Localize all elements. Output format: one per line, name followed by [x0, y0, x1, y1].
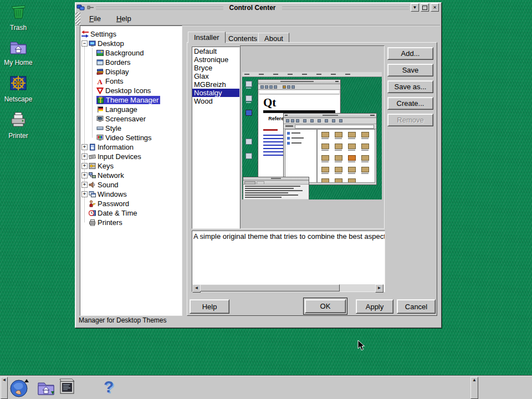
- background-icon: [96, 49, 104, 57]
- tree-label: Background: [105, 49, 144, 57]
- theme-description-text: A simple original theme that tries to co…: [193, 232, 385, 241]
- expand-icon[interactable]: +: [81, 191, 88, 197]
- expand-icon[interactable]: +: [81, 172, 88, 178]
- close-button[interactable]: ✕: [431, 3, 439, 12]
- desktop-icon-label: Netscape: [0, 95, 37, 103]
- expand-icon[interactable]: +: [81, 144, 88, 150]
- scrollbar-thumb[interactable]: [200, 284, 340, 291]
- theme-list-item[interactable]: Astronique: [192, 55, 239, 64]
- tree-item-printers[interactable]: Printers: [80, 218, 182, 227]
- tab-installer[interactable]: Installer: [188, 32, 226, 43]
- theme-list-item[interactable]: Wood: [192, 97, 239, 105]
- theme-list[interactable]: Default Astronique Bryce Glax MGBreizh N…: [192, 47, 240, 229]
- add-button[interactable]: Add...: [387, 47, 433, 60]
- tree-item-fonts[interactable]: A Fonts: [80, 76, 182, 85]
- tree-item-language[interactable]: Language: [80, 105, 182, 114]
- ok-button[interactable]: OK: [305, 299, 346, 313]
- preview-terminal-window: [243, 177, 309, 200]
- fonts-icon: A: [96, 78, 104, 85]
- svg-text:?: ?: [104, 378, 114, 396]
- help-button[interactable]: Help: [190, 299, 229, 314]
- menu-help[interactable]: Help: [112, 13, 136, 24]
- menu-file[interactable]: File: [85, 13, 105, 24]
- expand-icon[interactable]: +: [81, 182, 88, 188]
- panel-hide-right-button[interactable]: ▲: [470, 377, 478, 399]
- preview-menubar: [242, 72, 382, 77]
- theme-list-item[interactable]: MGBreizh: [192, 80, 239, 89]
- button-label: Create...: [397, 99, 424, 108]
- scroll-left-button[interactable]: ◄: [192, 284, 201, 293]
- desktop-icon-netscape[interactable]: Netscape: [0, 74, 37, 103]
- maximize-button[interactable]: [421, 3, 429, 12]
- folder-icon: [359, 131, 372, 140]
- pin-icon[interactable]: [86, 4, 94, 11]
- panel-hide-left-button[interactable]: ◄: [1, 377, 8, 399]
- folder-icon: [332, 131, 345, 140]
- desktop: Trash My Home Netscape P: [0, 0, 532, 399]
- tree-item-background[interactable]: Background: [80, 48, 182, 57]
- tree-item-input-devices[interactable]: + Input Devices: [80, 152, 182, 161]
- tree-item-sound[interactable]: + Sound: [80, 180, 182, 189]
- theme-list-item[interactable]: Glax: [192, 72, 239, 80]
- tree-item-password[interactable]: Password: [80, 199, 182, 208]
- apply-button[interactable]: Apply: [356, 299, 393, 314]
- tree-label: Keys: [98, 162, 114, 170]
- expand-icon[interactable]: +: [81, 154, 88, 160]
- desktop-icon-trash[interactable]: Trash: [0, 3, 37, 32]
- home-folder-icon: [9, 38, 28, 55]
- scroll-right-button[interactable]: ►: [375, 284, 383, 293]
- display-icon: [96, 68, 104, 75]
- tree-item-borders[interactable]: Borders: [80, 58, 182, 66]
- tree-item-keys[interactable]: + Keys: [80, 161, 182, 170]
- tree-item-settings[interactable]: Settings: [80, 29, 182, 38]
- tree-item-date-time[interactable]: Date & Time: [80, 208, 182, 217]
- date-time-icon: [89, 209, 96, 217]
- titlebar-texture: [96, 6, 223, 11]
- tree-label: Desktop Icons: [105, 86, 151, 95]
- titlebar[interactable]: Control Center ▼ ✕: [75, 3, 440, 12]
- tree-item-network[interactable]: + Network: [80, 171, 182, 180]
- theme-list-item[interactable]: Default: [192, 47, 239, 55]
- save-button[interactable]: Save: [387, 64, 433, 76]
- save-as-button[interactable]: Save as...: [387, 80, 433, 93]
- statusbar-text: Manager for Desktop Themes: [79, 316, 167, 324]
- create-button[interactable]: Create...: [387, 97, 433, 110]
- button-label: Help: [202, 303, 217, 311]
- preview-filemanager-toolbar: [284, 118, 376, 124]
- collapse-icon[interactable]: −: [81, 40, 88, 47]
- desktop-icon-printer[interactable]: Printer: [0, 111, 37, 140]
- theme-list-item[interactable]: Bryce: [192, 64, 239, 72]
- tree-item-display[interactable]: Display: [80, 67, 182, 76]
- home-directory-icon[interactable]: [37, 378, 55, 397]
- tree-item-screensaver[interactable]: Screensaver: [80, 114, 182, 123]
- folder-icon: [332, 142, 345, 152]
- tree-item-theme-manager[interactable]: Theme Manager: [80, 95, 182, 104]
- remove-button[interactable]: Remove: [387, 114, 433, 126]
- tree-item-style[interactable]: Style: [80, 124, 182, 132]
- desktop-icon: [89, 40, 96, 47]
- tree-item-windows[interactable]: + Windows: [80, 190, 182, 198]
- input-devices-icon: [89, 153, 96, 160]
- tree-item-desktop-icons[interactable]: Desktop Icons: [80, 86, 182, 95]
- preview-desktop-icon: [245, 153, 252, 159]
- desktop-icon-my-home[interactable]: My Home: [0, 38, 37, 66]
- horizontal-scrollbar[interactable]: ◄ ►: [192, 284, 383, 291]
- button-label: Add...: [401, 49, 420, 58]
- button-label: Remove: [397, 116, 423, 124]
- expand-icon[interactable]: +: [81, 163, 88, 169]
- preview-desktop-icon: [245, 110, 252, 116]
- tab-label: Contents: [228, 34, 257, 43]
- tree-item-information[interactable]: + Information: [80, 142, 182, 151]
- terminal-icon[interactable]: [58, 378, 76, 397]
- menubar: File Help: [75, 12, 440, 25]
- cancel-button[interactable]: Cancel: [397, 299, 436, 314]
- help-icon[interactable]: ? ?: [103, 378, 119, 398]
- tree-item-desktop[interactable]: − Desktop: [80, 39, 182, 48]
- menubar-grip[interactable]: [75, 12, 80, 25]
- trash-icon: [9, 3, 27, 21]
- button-label: Apply: [366, 303, 384, 311]
- theme-list-item-selected[interactable]: Nostalgy: [192, 89, 239, 97]
- minimize-button[interactable]: ▼: [411, 3, 419, 12]
- k-menu-icon[interactable]: [9, 378, 30, 398]
- tree-item-video-settings[interactable]: Video Settings: [80, 133, 182, 142]
